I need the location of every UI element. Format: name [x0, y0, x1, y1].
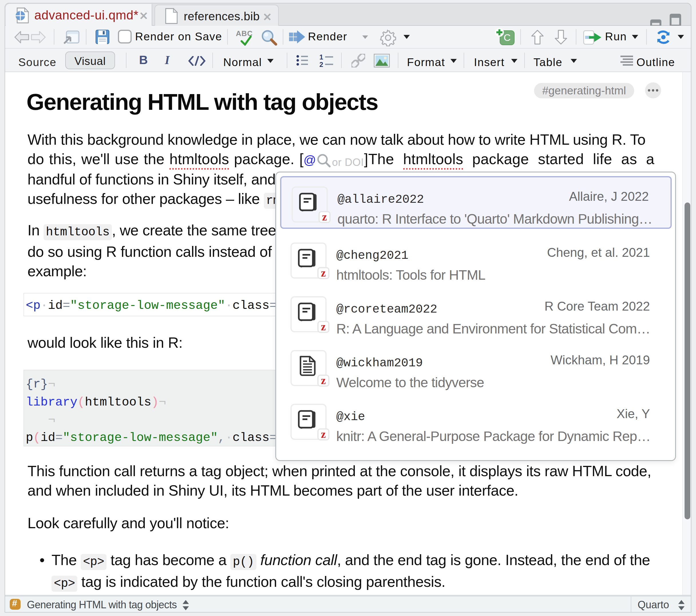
svg-text:2: 2 — [319, 61, 323, 67]
svg-text:1: 1 — [319, 54, 323, 61]
